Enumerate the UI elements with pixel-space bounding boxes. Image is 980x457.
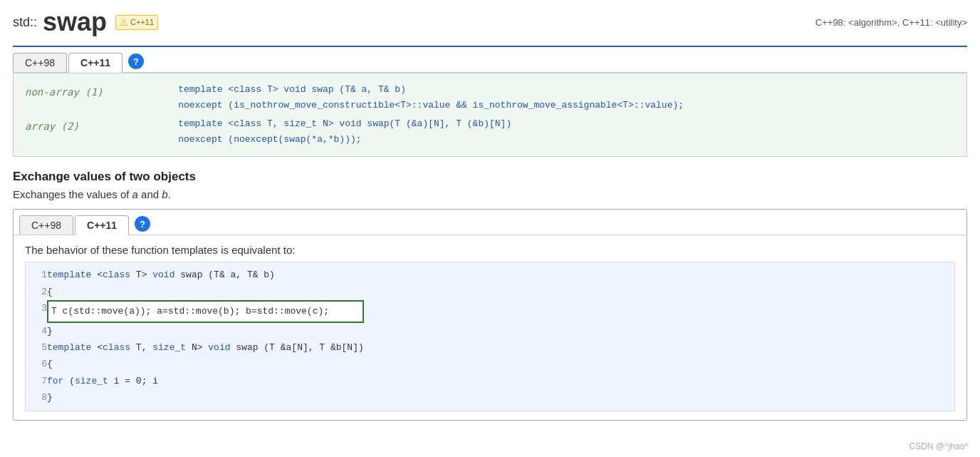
line-number: 1 [31, 267, 47, 283]
warning-badge: ⚠ C++11 [115, 15, 158, 30]
page-header: std::swap ⚠ C++11 C++98: <algorithm>, C+… [13, 7, 967, 37]
line-code: } [47, 323, 364, 339]
tab-top-cpp11[interactable]: C++11 [68, 53, 123, 73]
header-right-text: C++98: <algorithm>, C++11: <utility> [815, 17, 967, 28]
line-number: 7 [31, 373, 47, 389]
param-a: a [132, 188, 138, 200]
code-line-row: 3 T c(std::move(a)); a=std::move(b); b=s… [31, 300, 364, 322]
code-panel: non-array (1) template <class T> void sw… [13, 73, 967, 157]
code-line-1a: template <class T> void swap (T& a, T& b… [178, 84, 406, 95]
line-code: template <class T, size_t N> void swap (… [47, 339, 364, 356]
code-line-1b: noexcept (is_nothrow_move_constructible<… [178, 100, 684, 111]
warning-label: C++11 [130, 18, 154, 26]
code-line-row: 6{ [31, 356, 364, 372]
line-number: 2 [31, 284, 47, 300]
code-row-array: array (2) template <class T, size_t N> v… [25, 115, 955, 149]
code-line-row: 2{ [31, 284, 364, 300]
behavior-intro: The behavior of these function templates… [14, 235, 966, 262]
code-line-row: 4} [31, 323, 364, 339]
title-prefix: std:: [13, 15, 37, 30]
tab-bottom-cpp98[interactable]: C++98 [19, 215, 73, 235]
description-section: Exchange values of two objects Exchanges… [13, 170, 967, 200]
line-number: 3 [31, 300, 47, 322]
code-line-row: 1template <class T> void swap (T& a, T& … [31, 267, 364, 283]
line-code: { [47, 284, 364, 300]
code-line-2b: noexcept (noexcept(swap(*a,*b))); [178, 134, 361, 145]
title-main: swap [43, 7, 107, 37]
line-code: template <class T> void swap (T& a, T& b… [47, 267, 364, 283]
code-label-array: array (2) [25, 115, 178, 149]
header-right: C++98: <algorithm>, C++11: <utility> [815, 17, 967, 28]
highlighted-line: T c(std::move(a)); a=std::move(b); b=std… [47, 300, 364, 322]
tab-top-cpp98[interactable]: C++98 [13, 53, 67, 72]
code-label-nonarray: non-array (1) [25, 81, 178, 115]
code-line-2a: template <class T, size_t N> void swap(T… [178, 118, 511, 129]
description-paragraph: Exchanges the values of a and b. [13, 188, 967, 200]
code-table: 1template <class T> void swap (T& a, T& … [31, 267, 364, 406]
code-line-row: 7 for (size_t i = 0; i [31, 373, 364, 389]
line-number: 8 [31, 389, 47, 406]
param-b: b [162, 188, 167, 200]
bottom-tab-bar: C++98 C++11 ? [14, 210, 966, 235]
line-number: 5 [31, 339, 47, 356]
title-area: std::swap ⚠ C++11 [13, 7, 158, 37]
code-text-nonarray: template <class T> void swap (T& a, T& b… [178, 81, 955, 115]
behavior-section: C++98 C++11 ? The behavior of these func… [13, 209, 967, 420]
line-code: T c(std::move(a)); a=std::move(b); b=std… [47, 300, 364, 322]
line-number: 6 [31, 356, 47, 372]
line-number: 4 [31, 323, 47, 339]
line-code: for (size_t i = 0; i [47, 373, 364, 389]
code-text-array: template <class T, size_t N> void swap(T… [178, 115, 955, 149]
code-block: 1template <class T> void swap (T& a, T& … [25, 262, 955, 411]
line-code: { [47, 356, 364, 372]
warning-icon: ⚠ [120, 17, 128, 28]
tab-bottom-cpp11[interactable]: C++11 [75, 215, 129, 235]
description-heading: Exchange values of two objects [13, 170, 967, 184]
code-row-nonarray: non-array (1) template <class T> void sw… [25, 81, 955, 115]
code-line-row: 5template <class T, size_t N> void swap … [31, 339, 364, 356]
line-code: } [47, 389, 364, 406]
top-tab-bar: C++98 C++11 ? [13, 47, 967, 73]
footer-watermark: CSDN @^jhao^ [909, 441, 969, 451]
help-icon-bottom[interactable]: ? [135, 216, 150, 232]
help-icon-top[interactable]: ? [128, 53, 144, 69]
code-line-row: 8} [31, 389, 364, 406]
